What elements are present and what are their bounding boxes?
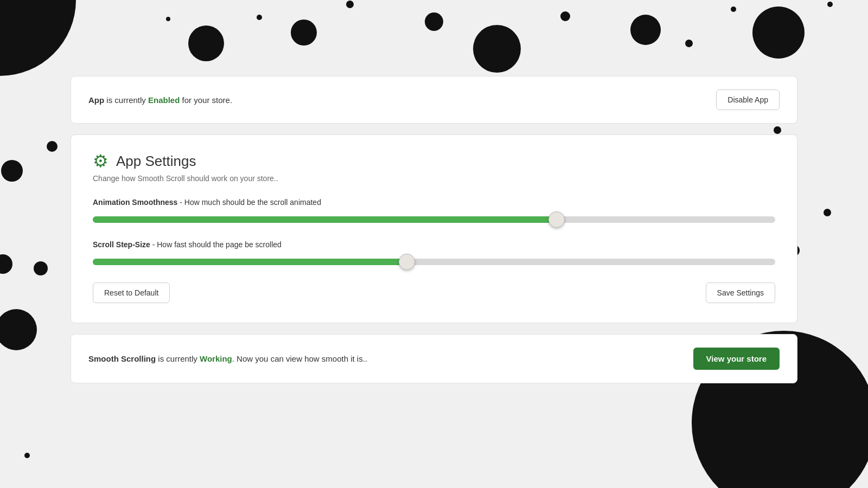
smooth-scrolling-label: Smooth Scrolling	[88, 354, 156, 363]
disable-app-button[interactable]: Disable App	[716, 89, 780, 110]
main-content: App is currently Enabled for your store.…	[0, 0, 868, 383]
slider2-label-rest: - How fast should the page be scrolled	[150, 240, 282, 249]
settings-footer: Reset to Default Save Settings	[93, 282, 775, 303]
bottom-status-card: Smooth Scrolling is currently Working. N…	[71, 334, 797, 383]
slider1-label-bold: Animation Smoothness	[93, 198, 177, 207]
save-settings-button[interactable]: Save Settings	[706, 282, 775, 303]
slider2-label-bold: Scroll Step-Size	[93, 240, 150, 249]
gear-icon: ⚙	[93, 152, 108, 170]
slider1-label: Animation Smoothness - How much should b…	[93, 198, 775, 207]
app-status-card: App is currently Enabled for your store.…	[71, 76, 797, 124]
animation-smoothness-slider[interactable]	[93, 212, 775, 227]
settings-header: ⚙ App Settings	[93, 152, 775, 170]
scroll-step-size-section: Scroll Step-Size - How fast should the p…	[93, 240, 775, 269]
svg-point-24	[24, 453, 30, 458]
reset-to-default-button[interactable]: Reset to Default	[93, 282, 170, 303]
settings-card: ⚙ App Settings Change how Smooth Scroll …	[71, 134, 797, 323]
view-your-store-button[interactable]: View your store	[693, 348, 780, 370]
slider1-track-fill	[93, 216, 557, 223]
bottom-status-text: Smooth Scrolling is currently Working. N…	[88, 354, 367, 363]
scroll-step-size-slider[interactable]	[93, 254, 775, 269]
slider1-thumb[interactable]	[548, 211, 565, 228]
enabled-status: Enabled	[148, 95, 180, 105]
slider2-thumb[interactable]	[399, 254, 415, 270]
settings-title: App Settings	[116, 153, 196, 170]
app-status-text: App is currently Enabled for your store.	[88, 95, 232, 105]
slider2-track-fill	[93, 259, 407, 265]
working-status: Working	[200, 354, 232, 363]
slider1-label-rest: - How much should be the scroll animated	[177, 198, 321, 207]
app-label: App	[88, 95, 104, 105]
settings-subtitle: Change how Smooth Scroll should work on …	[93, 174, 775, 183]
animation-smoothness-section: Animation Smoothness - How much should b…	[93, 198, 775, 227]
slider2-label: Scroll Step-Size - How fast should the p…	[93, 240, 775, 249]
